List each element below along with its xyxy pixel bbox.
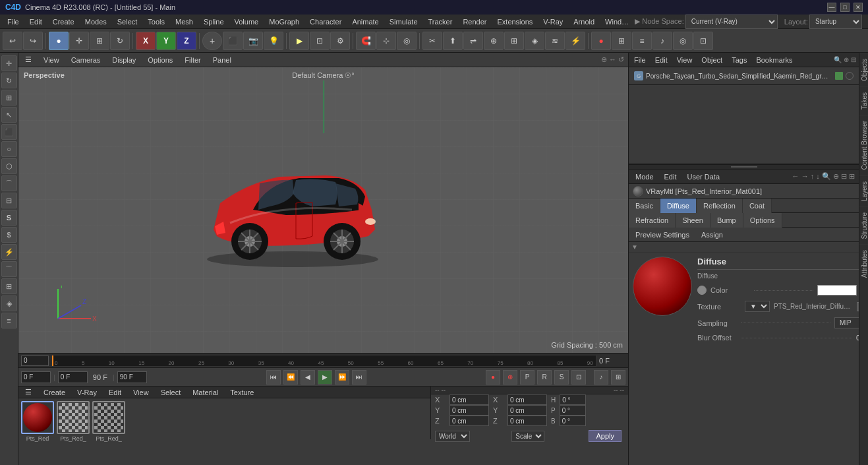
tab-content-browser[interactable]: Content Browser — [859, 115, 868, 175]
b-angle-input[interactable] — [560, 416, 586, 426]
tab-reflection[interactable]: Reflection — [697, 199, 743, 213]
material-menu-edit[interactable]: Edit — [106, 387, 124, 398]
model-mode-button[interactable]: ● — [49, 32, 69, 50]
vray-denoiser-button[interactable]: ◎ — [673, 32, 693, 50]
material-menu-toggle[interactable]: ☰ — [22, 387, 34, 398]
rotation-key-button[interactable]: R — [537, 370, 552, 385]
material-menu-vray[interactable]: V-Ray — [74, 387, 100, 398]
goto-start-button[interactable]: ⏮ — [266, 370, 281, 385]
menu-render[interactable]: Render — [458, 16, 491, 27]
tab-layers[interactable]: Layers — [859, 175, 868, 206]
viewport-menu-display[interactable]: Display — [109, 55, 138, 65]
bridge-button[interactable]: ⇌ — [463, 32, 483, 50]
left-icon-poly[interactable]: ⬡ — [1, 158, 17, 174]
left-icon-paint[interactable]: ⚡ — [1, 244, 17, 260]
right-search-icon[interactable]: 🔍 ⊕ ⊟ — [834, 56, 856, 63]
tab-coat[interactable]: Coat — [743, 199, 772, 213]
tab-refraction[interactable]: Refraction — [629, 213, 676, 228]
record-button[interactable]: ● — [591, 32, 611, 50]
menu-vray[interactable]: V-Ray — [538, 16, 567, 27]
tab-diffuse[interactable]: Diffuse — [660, 199, 697, 213]
grid-snap-button[interactable]: ⊹ — [376, 32, 396, 50]
redo-button[interactable]: ↪ — [23, 32, 43, 50]
auto-keyframe-button[interactable]: ⊕ — [503, 370, 517, 385]
scale-select[interactable]: Scale — [511, 431, 544, 442]
extrude-button[interactable]: ⬆ — [443, 32, 463, 50]
material-menu-create[interactable]: Create — [41, 387, 68, 398]
maximize-button[interactable]: □ — [840, 3, 850, 12]
knife-tool-button[interactable]: ✂ — [422, 32, 442, 50]
object-visibility-dot[interactable] — [835, 72, 843, 80]
texture-dropdown[interactable]: ▼ — [745, 301, 770, 312]
menu-wind[interactable]: Wind… — [600, 16, 633, 27]
goto-end-button[interactable]: ⏭ — [352, 370, 366, 385]
apply-button[interactable]: Apply — [589, 430, 622, 442]
z-rot-input[interactable] — [507, 416, 547, 426]
right-menu-edit[interactable]: Edit — [652, 55, 670, 65]
collapse-icon[interactable]: ▼ — [631, 243, 638, 251]
timeline-settings-button[interactable]: ⊞ — [611, 370, 625, 385]
scale-key-button[interactable]: S — [554, 370, 569, 385]
menu-file[interactable]: File — [3, 16, 24, 27]
tab-structure[interactable]: Structure — [859, 206, 868, 245]
object-item[interactable]: G Porsche_Taycan_Turbo_Sedan_Simplified_… — [631, 70, 856, 82]
timeline-start-input[interactable]: 0 — [21, 356, 49, 366]
frame-current-input[interactable] — [58, 371, 88, 383]
x-rot-input[interactable] — [507, 394, 547, 405]
material-menu-select[interactable]: Select — [158, 387, 184, 398]
viewport-menu-panel[interactable]: Panel — [210, 55, 234, 65]
viewport-menu-filter[interactable]: Filter — [182, 55, 203, 65]
color-swatch[interactable] — [817, 285, 857, 295]
undo-button[interactable]: ↩ — [3, 32, 22, 50]
render-region-button[interactable]: ⊡ — [310, 32, 330, 50]
viewport[interactable]: Perspective Default Camera ☉° — [18, 67, 628, 353]
left-icon-grid[interactable]: ⊞ — [1, 278, 17, 294]
camera-button[interactable]: 📷 — [243, 32, 263, 50]
right-menu-bookmarks[interactable]: Bookmarks — [753, 55, 795, 65]
right-menu-object[interactable]: Object — [699, 55, 725, 65]
snap-button[interactable]: 🧲 — [356, 32, 376, 50]
axis-z-button[interactable]: Z — [177, 32, 196, 50]
tab-attributes[interactable]: Attributes — [859, 244, 868, 283]
viewport-menu-toggle[interactable]: ☰ — [22, 54, 34, 65]
tab-options[interactable]: Options — [743, 213, 782, 228]
right-menu-file[interactable]: File — [631, 55, 649, 65]
menu-select[interactable]: Select — [113, 16, 142, 27]
material-menu-material[interactable]: Material — [190, 387, 221, 398]
attr-menu-mode[interactable]: Mode — [633, 171, 656, 182]
render-button[interactable]: ▶ — [289, 32, 309, 50]
material-item-2[interactable]: Pts_Red_ — [92, 401, 125, 442]
menu-mesh[interactable]: Mesh — [171, 16, 198, 27]
axis-x-button[interactable]: X — [136, 32, 156, 50]
weld-button[interactable]: ⊕ — [484, 32, 504, 50]
menu-mograph[interactable]: MoGraph — [264, 16, 304, 27]
world-select[interactable]: World Object — [435, 431, 470, 442]
scale-tool-button[interactable]: ⊞ — [90, 32, 109, 50]
rotate-tool-button[interactable]: ↻ — [110, 32, 130, 50]
material-menu-texture[interactable]: Texture — [227, 387, 256, 398]
left-icon-scale[interactable]: ⊞ — [1, 90, 17, 106]
left-icon-s[interactable]: S — [1, 210, 17, 226]
step-back-button[interactable]: ⏪ — [283, 370, 298, 385]
left-icon-rotate[interactable]: ↻ — [1, 73, 17, 88]
vray-lightmix-button[interactable]: ⊡ — [693, 32, 713, 50]
attr-menu-edit[interactable]: Edit — [662, 171, 680, 182]
attr-menu-userdata[interactable]: User Data — [685, 171, 723, 182]
play-reverse-button[interactable]: ◀ — [301, 370, 315, 385]
left-icon-s2[interactable]: $ — [1, 227, 17, 243]
menu-create[interactable]: Create — [48, 16, 79, 27]
tab-sheen[interactable]: Sheen — [676, 213, 710, 228]
preview-settings-menu[interactable]: Preview Settings — [633, 230, 692, 240]
title-bar-controls[interactable]: — □ ✕ — [827, 3, 863, 12]
left-icon-layers[interactable]: ≡ — [1, 313, 17, 328]
left-icon-select[interactable]: ↖ — [1, 107, 17, 123]
x-pos-input[interactable] — [449, 394, 489, 405]
right-menu-view[interactable]: View — [674, 55, 695, 65]
left-icon-sphere[interactable]: ○ — [1, 141, 17, 157]
frame-start-input[interactable] — [21, 371, 51, 383]
light-button[interactable]: 💡 — [264, 32, 283, 50]
material-item-0[interactable]: Pts_Red — [21, 401, 54, 442]
cube-button[interactable]: ⬛ — [223, 32, 243, 50]
h-angle-input[interactable] — [560, 394, 586, 405]
axis-y-button[interactable]: Y — [156, 32, 176, 50]
